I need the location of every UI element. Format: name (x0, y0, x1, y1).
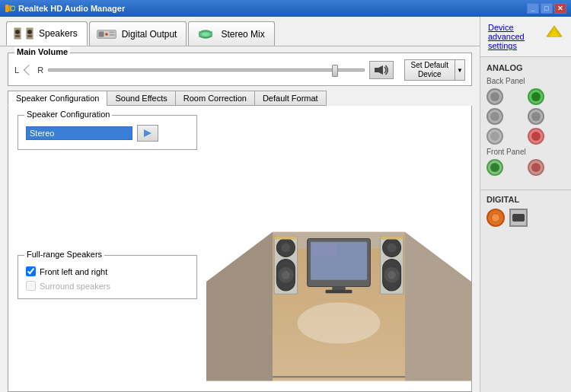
svg-point-34 (387, 243, 397, 253)
front-speakers-row: Front left and right (26, 266, 189, 276)
volume-arrow-left (24, 65, 34, 75)
digital-jacks (486, 209, 565, 227)
svg-rect-43 (326, 290, 352, 293)
back-jack-2[interactable] (528, 88, 544, 105)
play-button[interactable] (137, 125, 158, 142)
svg-rect-16 (375, 68, 378, 72)
tab-default-format[interactable]: Default Format (254, 91, 327, 106)
svg-rect-13 (109, 34, 114, 36)
fullrange-group: Full-range Speakers Front left and right… (18, 255, 197, 299)
app-icon (5, 3, 15, 14)
svg-rect-38 (380, 236, 403, 239)
surround-speakers-label: Surround speakers (40, 282, 110, 291)
analog-digital-divider (480, 190, 571, 190)
hdmi-jack[interactable] (509, 209, 528, 227)
back-jack-5[interactable] (486, 128, 503, 145)
realtek-logo-icon (545, 23, 563, 40)
speaker-select-wrapper: Stereo Quadraphonic 5.1 Speaker 7.1 Spea… (26, 126, 132, 140)
svg-point-37 (388, 271, 396, 279)
back-jack-1[interactable] (486, 88, 503, 105)
speakers-tab-label: Speakers (39, 28, 78, 39)
app-title: Realtek HD Audio Manager (18, 4, 125, 13)
back-panel-label: Back Panel (486, 77, 565, 85)
back-jack-6[interactable] (528, 128, 544, 145)
digital-output-tab-icon (96, 26, 117, 43)
front-speakers-checkbox[interactable] (26, 266, 36, 276)
front-panel-label: Front Panel (486, 148, 565, 156)
back-jack-3[interactable] (486, 108, 503, 125)
left-channel-label: L (14, 65, 19, 75)
svg-rect-5 (15, 35, 20, 37)
tab-digital-output[interactable]: Digital Output (89, 21, 187, 46)
svg-marker-20 (405, 232, 471, 381)
speakers-tab-icon (13, 25, 34, 42)
stereo-mix-tab-label: Stereo Mix (221, 29, 264, 40)
svg-rect-12 (109, 31, 114, 33)
svg-rect-4 (15, 30, 20, 34)
speaker-diagram (206, 106, 471, 391)
svg-rect-10 (98, 31, 104, 37)
svg-marker-17 (378, 65, 383, 75)
svg-marker-18 (144, 129, 152, 137)
main-volume-section: Main Volume L R (8, 53, 472, 86)
svg-rect-31 (274, 236, 297, 239)
close-button[interactable]: ✕ (554, 3, 566, 14)
back-panel-jacks (486, 88, 565, 145)
svg-rect-8 (27, 35, 32, 37)
advanced-link-text: Device advancedsettings (488, 23, 525, 50)
front-jack-2[interactable] (528, 159, 544, 176)
tab-speakers[interactable]: Speakers (6, 21, 88, 46)
back-jack-4[interactable] (528, 108, 544, 125)
front-panel-jacks (486, 159, 565, 176)
mute-button[interactable] (369, 61, 394, 79)
svg-point-15 (202, 32, 210, 36)
speaker-config-group-label: Speaker Configuration (24, 110, 112, 119)
right-panel: Device advancedsettings ANALOG Back Pane… (480, 17, 571, 392)
device-tabs: Speakers Digital Output (0, 17, 480, 46)
volume-slider-container (48, 62, 364, 78)
title-bar: Realtek HD Audio Manager _ □ ✕ (0, 0, 571, 17)
svg-marker-19 (206, 232, 273, 381)
maximize-button[interactable]: □ (541, 3, 553, 14)
left-controls: Speaker Configuration Stereo Quadraphoni… (8, 106, 206, 391)
svg-rect-41 (312, 244, 337, 256)
volume-slider-track (48, 69, 364, 72)
surround-speakers-row: Surround speakers (26, 281, 189, 291)
front-jack-1[interactable] (486, 159, 503, 176)
set-default-dropdown-arrow[interactable]: ▼ (455, 59, 465, 81)
speaker-config-panel: Speaker Configuration Stereo Quadraphoni… (8, 106, 471, 391)
digital-section-title: DIGITAL (486, 195, 565, 204)
speaker-config-group: Speaker Configuration Stereo Quadraphoni… (18, 115, 197, 150)
svg-point-23 (298, 302, 381, 343)
minimize-button[interactable]: _ (527, 3, 539, 14)
svg-point-30 (282, 271, 290, 279)
right-channel-label: R (37, 65, 43, 75)
volume-slider-thumb[interactable] (332, 65, 338, 77)
speaker-config-select[interactable]: Stereo Quadraphonic 5.1 Speaker 7.1 Spea… (26, 126, 132, 140)
set-default-button[interactable]: Set DefaultDevice ▼ (404, 59, 465, 81)
tab-speaker-configuration[interactable]: Speaker Configuration (8, 91, 107, 106)
tab-room-correction[interactable]: Room Correction (175, 91, 254, 106)
svg-rect-0 (5, 5, 8, 12)
optical-jack[interactable] (486, 209, 505, 227)
surround-speakers-checkbox[interactable] (26, 281, 36, 291)
device-advanced-settings-link[interactable]: Device advancedsettings (480, 17, 571, 57)
svg-rect-7 (27, 30, 32, 34)
stereo-mix-tab-icon (195, 26, 216, 43)
analog-section-title: ANALOG (486, 63, 565, 72)
window-controls: _ □ ✕ (527, 3, 566, 14)
fullrange-group-label: Full-range Speakers (24, 250, 104, 259)
svg-rect-11 (105, 33, 108, 36)
front-speakers-label: Front left and right (40, 267, 107, 276)
analog-section: ANALOG Back Panel Front Panel (480, 57, 571, 185)
diagram-spacer (18, 156, 197, 255)
svg-point-27 (281, 243, 291, 253)
digital-output-tab-label: Digital Output (122, 29, 177, 40)
function-tabs: Speaker Configuration Sound Effects Room… (8, 91, 472, 106)
speaker-select-row: Stereo Quadraphonic 5.1 Speaker 7.1 Spea… (26, 125, 189, 142)
set-default-label[interactable]: Set DefaultDevice (404, 59, 455, 81)
tab-stereo-mix[interactable]: Stereo Mix (188, 21, 274, 46)
volume-section-label: Main Volume (14, 47, 70, 56)
digital-section: DIGITAL (480, 195, 571, 233)
tab-sound-effects[interactable]: Sound Effects (107, 91, 174, 106)
